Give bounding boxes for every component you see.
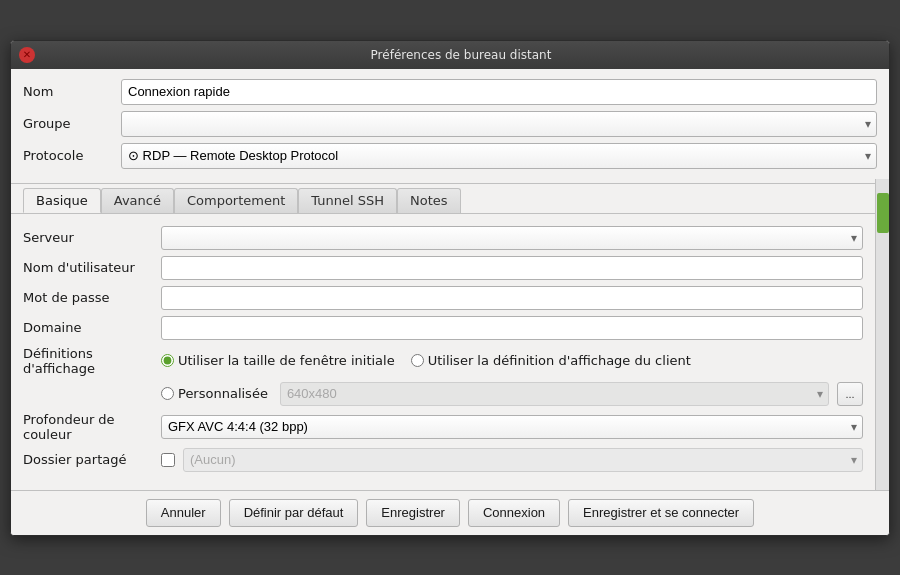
username-label: Nom d'utilisateur (23, 260, 153, 275)
resolution-select[interactable]: 640x480 (280, 382, 829, 406)
enregistrer-connecter-button[interactable]: Enregistrer et se connecter (568, 499, 754, 527)
profondeur-select-wrapper: GFX AVC 4:4:4 (32 bpp) (161, 415, 863, 439)
tab-tunnel-ssh[interactable]: Tunnel SSH (298, 188, 397, 213)
bottom-bar: Annuler Définir par défaut Enregistrer C… (11, 490, 889, 535)
tab-basique[interactable]: Basique (23, 188, 101, 213)
window-title: Préférences de bureau distant (41, 48, 881, 62)
groupe-row: Groupe (23, 111, 877, 137)
domaine-input[interactable] (161, 316, 863, 340)
tab-comportement[interactable]: Comportement (174, 188, 298, 213)
nom-label: Nom (23, 84, 113, 99)
protocole-row: Protocole ⊙ RDP — Remote Desktop Protoco… (23, 143, 877, 169)
serveur-select[interactable] (161, 226, 863, 250)
radio-taille-initiale-text: Utiliser la taille de fenêtre initiale (178, 353, 395, 368)
radio-definition-client-text: Utiliser la définition d'affichage du cl… (428, 353, 691, 368)
scrollbar[interactable] (875, 179, 889, 490)
close-button[interactable]: ✕ (19, 47, 35, 63)
profondeur-label: Profondeur de couleur (23, 412, 153, 442)
definir-par-defaut-button[interactable]: Définir par défaut (229, 499, 359, 527)
username-row: Nom d'utilisateur (23, 256, 863, 280)
radio-taille-initiale-label[interactable]: Utiliser la taille de fenêtre initiale (161, 353, 395, 368)
tab-avance[interactable]: Avancé (101, 188, 174, 213)
serveur-select-wrapper (161, 226, 863, 250)
dossier-label: Dossier partagé (23, 452, 153, 467)
protocole-select-wrapper: ⊙ RDP — Remote Desktop Protocol (121, 143, 877, 169)
password-label: Mot de passe (23, 290, 153, 305)
main-panel: Basique Avancé Comportement Tunnel SSH N… (11, 179, 889, 490)
top-form: Nom Groupe Protocole ⊙ RDP — Remote Desk… (11, 69, 889, 179)
tabs-header: Basique Avancé Comportement Tunnel SSH N… (11, 184, 875, 213)
protocole-label: Protocole (23, 148, 113, 163)
tab-notes[interactable]: Notes (397, 188, 461, 213)
connexion-button[interactable]: Connexion (468, 499, 560, 527)
definitions-label: Définitions d'affichage (23, 346, 153, 376)
enregistrer-button[interactable]: Enregistrer (366, 499, 460, 527)
nom-row: Nom (23, 79, 877, 105)
tab-content-basique: Serveur Nom d'utilisateur Mot de passe (11, 213, 875, 490)
tabs-area: Basique Avancé Comportement Tunnel SSH N… (11, 183, 875, 490)
radio-personnalisee-label[interactable]: Personnalisée (161, 386, 268, 401)
dots-button[interactable]: ... (837, 382, 863, 406)
nom-input[interactable] (121, 79, 877, 105)
domaine-row: Domaine (23, 316, 863, 340)
radio-taille-initiale[interactable] (161, 354, 174, 367)
groupe-label: Groupe (23, 116, 113, 131)
groupe-select[interactable] (121, 111, 877, 137)
definitions-row: Définitions d'affichage Utiliser la tail… (23, 346, 863, 376)
display-options: Utiliser la taille de fenêtre initiale U… (161, 353, 691, 368)
dossier-row: Dossier partagé (Aucun) (23, 448, 863, 472)
profondeur-row: Profondeur de couleur GFX AVC 4:4:4 (32 … (23, 412, 863, 442)
password-row: Mot de passe (23, 286, 863, 310)
domaine-label: Domaine (23, 320, 153, 335)
titlebar: ✕ Préférences de bureau distant (11, 41, 889, 69)
serveur-label: Serveur (23, 230, 153, 245)
scroll-thumb[interactable] (877, 193, 889, 233)
custom-row: Personnalisée 640x480 ... (23, 382, 863, 406)
serveur-row: Serveur (23, 226, 863, 250)
radio-definition-client-label[interactable]: Utiliser la définition d'affichage du cl… (411, 353, 691, 368)
radio-definition-client[interactable] (411, 354, 424, 367)
dossier-select-wrapper: (Aucun) (183, 448, 863, 472)
protocole-select[interactable]: ⊙ RDP — Remote Desktop Protocol (121, 143, 877, 169)
groupe-select-wrapper (121, 111, 877, 137)
resolution-select-wrapper: 640x480 (280, 382, 829, 406)
username-input[interactable] (161, 256, 863, 280)
radio-personnalisee-text: Personnalisée (178, 386, 268, 401)
profondeur-select[interactable]: GFX AVC 4:4:4 (32 bpp) (161, 415, 863, 439)
dossier-select[interactable]: (Aucun) (183, 448, 863, 472)
main-window: ✕ Préférences de bureau distant Nom Grou… (10, 40, 890, 536)
dossier-checkbox[interactable] (161, 453, 175, 467)
radio-personnalisee[interactable] (161, 387, 174, 400)
password-input[interactable] (161, 286, 863, 310)
annuler-button[interactable]: Annuler (146, 499, 221, 527)
